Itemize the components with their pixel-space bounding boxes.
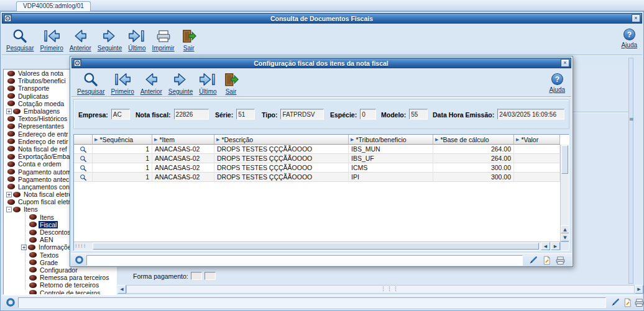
toolbar-button-sair[interactable]: Sair: [178, 28, 200, 52]
tree-node-icon: [7, 101, 15, 106]
column-header-valor[interactable]: ▶*Valor: [514, 135, 560, 145]
row-magnifier-icon[interactable]: [80, 146, 87, 153]
forma-pagamento-field-2[interactable]: [205, 272, 216, 280]
print-status-icon[interactable]: [555, 255, 566, 266]
toolbar-button-seguinte[interactable]: Seguinte: [94, 28, 125, 52]
tree-item-label: Endereço de entr: [17, 130, 70, 138]
tree-item-label: Pagamento autom: [17, 168, 73, 176]
edit-pencil-icon[interactable]: [610, 297, 620, 308]
scrollbar-corner: [560, 241, 569, 250]
table-horizontal-scrollbar[interactable]: ⁞⁞⁞⁞ ◀ ▶: [74, 241, 560, 250]
table-row[interactable]: 1ANACASAS-02DROPS TESTES ÇÇÇÃÃOOOOIBS_MU…: [74, 145, 569, 154]
toolbar-button-anterior[interactable]: Anterior: [137, 71, 165, 95]
toolbar-button-imprimir[interactable]: Imprimir: [149, 28, 178, 52]
status-ring-icon: [6, 297, 16, 307]
tree-expander-icon[interactable]: -: [6, 207, 12, 212]
toolbar-button-label: Último: [128, 45, 145, 52]
column-header-sequencia[interactable]: ▶*Sequência: [93, 135, 152, 145]
toolbar-button-primeiro[interactable]: Primeiro: [37, 28, 66, 52]
print-status-icon[interactable]: [634, 297, 644, 308]
toolbar-button-ultimo[interactable]: Último: [196, 71, 219, 95]
scroll-down-icon[interactable]: ▼: [561, 233, 569, 241]
tree-item-retorno-de-terceiros[interactable]: Retorno de terceiros: [4, 281, 116, 289]
toolbar-button-pesquisar[interactable]: Pesquisar: [3, 28, 37, 52]
scroll-right-icon[interactable]: ▶: [635, 285, 643, 294]
tree-expander-icon[interactable]: +: [6, 109, 12, 114]
scroll-up-icon[interactable]: ▲: [561, 225, 569, 233]
app-logo-icon: [4, 14, 12, 22]
column-header-descricao[interactable]: ▶*Descrição: [214, 135, 349, 145]
notes-page-icon[interactable]: [622, 297, 633, 308]
table-vertical-scrollbar[interactable]: ▲ ▼: [560, 145, 569, 241]
last-icon: [129, 28, 145, 44]
toolbar-button-anterior[interactable]: Anterior: [67, 28, 94, 52]
table-row[interactable]: 1ANACASAS-02DROPS TESTES ÇÇÇÃÃOOOOIBS_UF…: [74, 154, 569, 163]
edit-pencil-icon[interactable]: [528, 255, 538, 266]
column-header-tributo-beneficio[interactable]: ▶*Tributo/beneficio: [349, 135, 433, 145]
tree-item-label: Itens: [39, 214, 55, 221]
table-cell: 1: [93, 145, 152, 154]
table-cell: ICMS: [349, 163, 433, 173]
status-message-area: [18, 297, 606, 308]
row-magnifier-cell[interactable]: [74, 173, 93, 182]
search-icon: [12, 28, 28, 44]
tree-expander-icon[interactable]: +: [6, 192, 12, 197]
scrollbar-grip-icon[interactable]: ⋮⋮⋮: [380, 286, 399, 292]
toolbar-button-label: Primeiro: [111, 88, 134, 95]
tree-node-icon: [29, 259, 37, 265]
form-field-value[interactable]: FATPRDSV: [280, 109, 324, 120]
modal-help-button[interactable]: Ajuda: [549, 73, 565, 93]
table-row[interactable]: 1ANACASAS-02DROPS TESTES ÇÇÇÃÃOOOOICMS30…: [74, 163, 569, 173]
fiscal-items-table: ▶*Sequência▶*Item▶*Descrição▶*Tributo/be…: [73, 134, 569, 251]
form-field-value[interactable]: 22826: [174, 109, 209, 120]
tree-item-controle-de-terceiros[interactable]: Controle de terceiros: [4, 289, 116, 295]
form-field-serie: Série:51: [215, 109, 255, 120]
scroll-right-icon[interactable]: ▶: [551, 242, 560, 250]
vscroll-thumb[interactable]: [561, 145, 568, 174]
form-field-value[interactable]: 55: [409, 109, 428, 120]
toolbar-button-label: Imprimir: [152, 45, 175, 52]
row-magnifier-cell[interactable]: [74, 154, 93, 163]
tree-node-icon: [7, 131, 15, 137]
modal-close-icon[interactable]: ×: [561, 59, 569, 67]
form-field-value[interactable]: 51: [236, 109, 255, 120]
row-magnifier-icon[interactable]: [80, 165, 87, 172]
form-field-value[interactable]: 0: [360, 109, 376, 120]
row-magnifier-icon[interactable]: [80, 174, 87, 181]
toolbar-button-ultimo[interactable]: Último: [125, 28, 149, 52]
close-icon[interactable]: ×: [632, 14, 640, 22]
main-status-bar: [2, 295, 642, 310]
form-field-value[interactable]: 24/03/2025 16:09:56: [497, 109, 564, 120]
form-field-label: Tipo:: [262, 110, 277, 118]
tree-item-label: Nota fiscal eletrô: [22, 191, 73, 198]
tree-node-icon: [29, 252, 37, 258]
tree-item-remessa-para-terceiros[interactable]: Remessa para terceiros: [4, 274, 116, 281]
forma-pagamento-field[interactable]: [191, 272, 202, 280]
column-header-base-de-calculo[interactable]: ▶*Base de cálculo: [433, 135, 514, 145]
table-row[interactable]: 1ANACASAS-02DROPS TESTES ÇÇÇÃÃOOOOIPI300…: [74, 173, 569, 182]
notes-page-icon[interactable]: [541, 255, 552, 266]
scroll-left-icon[interactable]: ◀: [117, 285, 126, 294]
form-field-especie: Espécie:0: [330, 109, 376, 120]
panel-splitter[interactable]: [628, 58, 633, 284]
toolbar-button-primeiro[interactable]: Primeiro: [108, 71, 137, 95]
toolbar-button-sair[interactable]: Sair: [220, 71, 242, 95]
row-magnifier-cell[interactable]: [74, 163, 93, 173]
session-tab[interactable]: VDP40005:admlog/01: [16, 1, 91, 11]
tree-item-configurador[interactable]: Configurador: [4, 266, 116, 274]
toolbar-button-label: Anterior: [140, 88, 162, 95]
tree-expander-icon[interactable]: +: [21, 245, 27, 250]
splitter-grip-icon[interactable]: ≡: [629, 116, 634, 122]
hscroll-thumb[interactable]: [93, 243, 539, 250]
scroll-left-icon[interactable]: ◀: [541, 242, 550, 250]
row-magnifier-icon[interactable]: [80, 155, 87, 163]
column-header-item[interactable]: ▶*Item: [152, 135, 214, 145]
tree-node-icon: [7, 199, 15, 205]
form-field-value[interactable]: AC: [111, 109, 130, 120]
hscroll-grip-icon[interactable]: ⁞⁞⁞⁞: [75, 243, 91, 250]
toolbar-button-pesquisar[interactable]: Pesquisar: [74, 71, 108, 95]
toolbar-button-seguinte[interactable]: Seguinte: [165, 71, 196, 95]
help-button[interactable]: Ajuda: [621, 28, 637, 48]
row-magnifier-cell[interactable]: [74, 145, 93, 154]
table-cell: DROPS TESTES ÇÇÇÃÃOOOO: [214, 154, 349, 163]
